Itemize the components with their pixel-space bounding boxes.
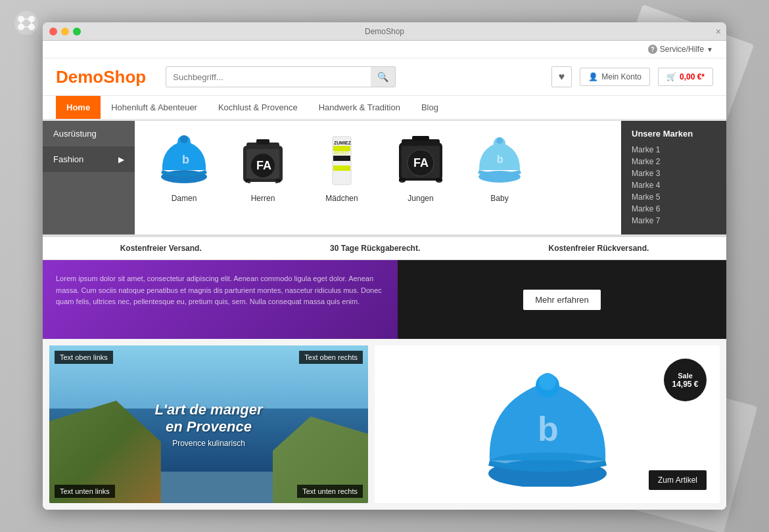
svg-text:b: b — [497, 154, 503, 165]
corner-label-top-right: Text oben rechts — [299, 351, 363, 364]
svg-text:b: b — [182, 153, 189, 166]
corner-label-bottom-left: Text unten links — [55, 485, 115, 498]
info-item-free-return: Kostenfreier Rückversand. — [549, 244, 649, 253]
sale-price: 14,95 € — [672, 380, 698, 389]
product-block: Sale 14,95 € b — [375, 345, 720, 503]
svg-text:FA: FA — [256, 159, 271, 172]
landscape-block: L'art de manger en Provence Provence kul… — [49, 345, 368, 503]
brand-link-2[interactable]: Marke 2 — [632, 156, 716, 167]
zum-artikel-button[interactable]: Zum Artikel — [649, 470, 707, 490]
logo-text-accent: Shop — [103, 67, 146, 87]
account-button[interactable]: 👤 Mein Konto — [580, 68, 650, 86]
brand-link-4[interactable]: Marke 4 — [632, 179, 716, 191]
account-label: Mein Konto — [601, 72, 641, 81]
brand-link-6[interactable]: Marke 6 — [632, 203, 716, 215]
nav-item-home[interactable]: Home — [56, 96, 101, 119]
sidebar-item-label: Fashion — [53, 154, 83, 164]
window-close-icon[interactable]: × — [716, 26, 721, 37]
header-actions: ♥ 👤 Mein Konto 🛒 0,00 €* — [551, 66, 713, 87]
brands-panel: Unsere Marken Marke 1Marke 2Marke 3Marke… — [621, 121, 726, 234]
maximize-window-button[interactable] — [73, 28, 81, 35]
logo[interactable]: DemoShop — [56, 67, 146, 87]
brand-link-7[interactable]: Marke 7 — [632, 215, 716, 227]
minimize-window-button[interactable] — [61, 28, 69, 35]
mehr-erfahren-button[interactable]: Mehr erfahren — [523, 290, 601, 310]
cart-icon: 🛒 — [666, 72, 676, 81]
landscape-subtitle: Provence kulinarisch — [154, 438, 262, 447]
search-icon: 🔍 — [377, 72, 388, 82]
brands-list: Marke 1Marke 2Marke 3Marke 4Marke 5Marke… — [632, 144, 716, 227]
browser-content: ? Service/Hilfe ▼ DemoShop 🔍 ♥ — [43, 41, 726, 510]
product-baby-image: b — [467, 131, 532, 190]
cart-price: 0,00 €* — [680, 72, 705, 81]
main-content: Lorem ipsum dolor sit amet, consectetur … — [43, 260, 726, 510]
chevron-down-icon: ▼ — [707, 46, 713, 53]
svg-point-42 — [496, 137, 503, 144]
product-jungen[interactable]: FA Jungen — [384, 127, 457, 228]
product-baby-label: Baby — [467, 194, 532, 203]
svg-text:AERO: AERO — [334, 150, 349, 156]
window-controls[interactable] — [49, 28, 81, 35]
brand-link-3[interactable]: Marke 3 — [632, 167, 716, 179]
sidebar-item-ausrustung[interactable]: Ausrüstung — [43, 121, 135, 146]
product-image: b — [475, 362, 620, 487]
sidebar-item-fashion[interactable]: Fashion ▶ — [43, 146, 135, 172]
product-jungen-label: Jungen — [388, 194, 454, 203]
brand-link-5[interactable]: Marke 5 — [632, 191, 716, 203]
sale-badge: Sale 14,95 € — [664, 359, 707, 401]
landscape-overlay-text: L'art de manger en Provence Provence kul… — [154, 401, 262, 448]
svg-rect-35 — [412, 136, 429, 141]
banner-left: Lorem ipsum dolor sit amet, consectetur … — [43, 260, 398, 339]
service-bar: ? Service/Hilfe ▼ — [43, 41, 726, 58]
window-title: DemoShop — [365, 27, 404, 36]
nav-bar: HomeHohenluft & AbenteuerKochlust & Prov… — [43, 96, 726, 120]
bottom-row: L'art de manger en Provence Provence kul… — [43, 339, 726, 510]
product-herren[interactable]: FA Herren — [227, 127, 299, 228]
service-label: Service/Hilfe — [660, 45, 704, 54]
dropdown-area: Ausrüstung Fashion ▶ — [43, 120, 726, 236]
svg-rect-22 — [275, 181, 278, 183]
title-bar: DemoShop × — [43, 22, 726, 41]
product-damen-image: b — [151, 131, 217, 190]
logo-text-plain: Demo — [56, 67, 103, 87]
cart-price-suffix: * — [701, 72, 705, 81]
svg-text:ZUMIEZ: ZUMIEZ — [334, 141, 352, 145]
product-damen[interactable]: b Damen — [148, 127, 220, 228]
banner-right: Mehr erfahren — [398, 260, 726, 339]
close-window-button[interactable] — [49, 28, 57, 35]
corner-label-top-left: Text oben links — [55, 351, 113, 364]
question-icon: ? — [648, 45, 657, 54]
nav-item-hohenluft--abenteuer[interactable]: Hohenluft & Abenteuer — [101, 96, 208, 119]
product-madchen-label: Mädchen — [309, 194, 375, 203]
product-damen-label: Damen — [151, 194, 217, 203]
chevron-right-icon: ▶ — [118, 155, 124, 164]
nav-item-blog[interactable]: Blog — [411, 96, 449, 119]
svg-rect-21 — [248, 181, 250, 183]
info-bar: Kostenfreier Versand. 30 Tage Rückgabere… — [43, 236, 726, 260]
user-icon: 👤 — [588, 72, 598, 81]
banner-row: Lorem ipsum dolor sit amet, consectetur … — [43, 260, 726, 339]
svg-rect-18 — [256, 139, 269, 144]
svg-text:b: b — [538, 410, 559, 448]
wishlist-button[interactable]: ♥ — [551, 66, 572, 87]
nav-item-kochlust--provence[interactable]: Kochlust & Provence — [208, 96, 308, 119]
service-help-link[interactable]: ? Service/Hilfe ▼ — [648, 45, 713, 54]
svg-rect-26 — [333, 156, 350, 161]
sidebar-menu: Ausrüstung Fashion ▶ — [43, 121, 135, 234]
brands-title: Unsere Marken — [632, 129, 716, 139]
nav-item-handwerk--tradition[interactable]: Handwerk & Tradition — [308, 96, 411, 119]
nav-items: HomeHohenluft & AbenteuerKochlust & Prov… — [56, 96, 449, 119]
header: DemoShop 🔍 ♥ 👤 Mein Konto 🛒 — [43, 58, 726, 96]
search-bar[interactable]: 🔍 — [166, 66, 396, 87]
product-baby[interactable]: b Baby — [463, 127, 536, 228]
search-input[interactable] — [166, 68, 371, 87]
svg-point-11 — [180, 135, 188, 143]
cart-button[interactable]: 🛒 0,00 €* — [658, 68, 713, 86]
product-madchen[interactable]: ZUMIEZ AERO Mädchen — [306, 127, 378, 228]
info-item-returns: 30 Tage Rückgaberecht. — [330, 244, 420, 253]
svg-point-45 — [490, 453, 605, 471]
brand-link-1[interactable]: Marke 1 — [632, 144, 716, 156]
sale-label: Sale — [678, 372, 693, 380]
landscape-title-line1: L'art de manger en Provence — [154, 401, 262, 436]
search-button[interactable]: 🔍 — [371, 67, 395, 87]
